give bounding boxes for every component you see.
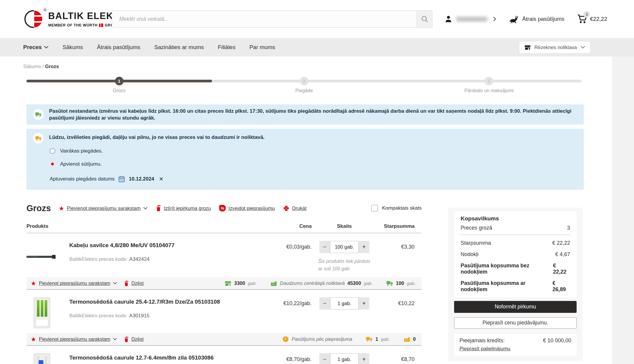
account-menu[interactable] bbox=[444, 15, 497, 23]
column-qty: Skaits bbox=[312, 223, 377, 229]
clock-icon bbox=[282, 336, 289, 343]
row-add-to-request-list[interactable]: ★ Pievienot pieprasījumu sarakstam bbox=[31, 280, 117, 286]
checkout-button[interactable]: Noformēt pirkumu bbox=[454, 301, 577, 313]
breadcrumb-home[interactable]: Sākums bbox=[23, 64, 41, 69]
cart-item-row: Termonosēdošā caurule 12.7-6.4mm/8m zila… bbox=[26, 346, 422, 364]
quick-order-link[interactable]: Ātrais pasūtījums bbox=[509, 15, 564, 23]
delivery-stock-chip: 100gab. bbox=[386, 280, 416, 286]
stock-status: 3300gab. Daudzums centrālajā noliktavā 4… bbox=[225, 280, 418, 287]
brand-tagline-left: MEMBER OF THE WÜRTH bbox=[48, 23, 98, 27]
nav-item-quick-order[interactable]: Ātrais pasūtījums bbox=[97, 44, 140, 51]
store-icon bbox=[225, 280, 231, 287]
delivery-date-label: Aptuvenais piegādes datums bbox=[50, 176, 114, 182]
product-subtotal: €3,30 bbox=[377, 241, 422, 273]
qty-value[interactable]: 1 gab. bbox=[330, 297, 359, 310]
request-credit-increase-link[interactable]: Pieprasīt palielinājumu bbox=[459, 346, 510, 352]
shipping-notice: Pasūtot nestandarta izmērus vai kabeļus … bbox=[26, 104, 584, 125]
radio-unselected-icon[interactable] bbox=[50, 148, 55, 154]
compact-view-toggle[interactable]: Kompaktais skats bbox=[371, 205, 422, 211]
store-selector-label: Rēzeknes noliktava bbox=[534, 45, 577, 50]
print-button[interactable]: Drukāt bbox=[283, 205, 307, 211]
store-selector[interactable]: Rēzeknes noliktava bbox=[520, 42, 590, 53]
row-delete-button[interactable]: Dzēst bbox=[124, 280, 144, 286]
delivery-stock-chip: 1gab. bbox=[366, 336, 390, 342]
mini-cart[interactable]: 3 €22,22 bbox=[577, 14, 607, 24]
header: ® BALTIK ELEKTRO MEMBER OF THE WÜRTH GRO… bbox=[0, 0, 634, 38]
product-name[interactable]: Kabeļu savilce 4,8/280 Me/UV 05104077 bbox=[69, 242, 269, 249]
nav-item-branches[interactable]: Filiāles bbox=[218, 44, 236, 51]
truck-icon bbox=[386, 280, 393, 286]
credit-label: Pieejamais kredīts: bbox=[459, 338, 505, 344]
brand-logo[interactable]: ® BALTIK ELEKTRO MEMBER OF THE WÜRTH GRO… bbox=[24, 10, 96, 29]
create-request-button[interactable]: % Izveidot pieprasījumu bbox=[219, 205, 275, 211]
subtotal-label: Starpsumma bbox=[461, 240, 491, 246]
qty-increase-button[interactable]: + bbox=[359, 353, 369, 364]
cart-item-row: Kabeļu savilce 4,8/280 Me/UV 05104077 Ba… bbox=[26, 233, 422, 277]
chevron-down-icon bbox=[580, 46, 585, 49]
rabbit-icon bbox=[509, 15, 519, 23]
qty-decrease-button[interactable]: − bbox=[319, 353, 330, 364]
summary-panel: Kopsavilkums Preces grozā 3 Starpsumma €… bbox=[448, 208, 583, 361]
nav-item-contact[interactable]: Sazināties ar mums bbox=[154, 44, 204, 51]
add-to-request-list-button[interactable]: ★ Pievienot pieprasījumu sarakstam bbox=[59, 205, 147, 211]
nav-item-about[interactable]: Par mums bbox=[249, 44, 275, 51]
step-1-label: Grozs bbox=[113, 88, 125, 93]
product-code-label: BaltikElektro preces kods: bbox=[69, 256, 128, 262]
page: ® BALTIK ELEKTRO MEMBER OF THE WÜRTH GRO… bbox=[0, 0, 634, 364]
search-input[interactable] bbox=[112, 11, 417, 27]
breadcrumb-current: Grozs bbox=[45, 64, 59, 69]
total-incl-tax-value: € 26,89 bbox=[553, 280, 570, 293]
cart-total: €22,22 bbox=[590, 16, 607, 22]
central-warehouse-chip: 0 bbox=[404, 336, 416, 343]
clear-cart-button[interactable]: Iztīrīt iepirkuma grozu bbox=[156, 205, 211, 211]
total-excl-tax-label: Pasūtījuma kopsumma bez nodokļiem bbox=[461, 263, 553, 275]
product-price: €0,03/gab. bbox=[269, 241, 312, 273]
product-image[interactable] bbox=[26, 353, 57, 364]
step-1-circle: 1 bbox=[115, 77, 123, 85]
total-excl-tax-value: € 22,22 bbox=[553, 263, 570, 275]
qty-increase-button[interactable]: + bbox=[359, 241, 369, 253]
step-2-circle: 2 bbox=[300, 77, 308, 85]
cart-item-actions-row: ★ Pievienot pieprasījumu sarakstam Dzēst bbox=[26, 333, 422, 346]
chevron-right-icon bbox=[492, 17, 497, 21]
delivery-date-row: Aptuvenais piegādes datums 10.12.2024 ✕ bbox=[50, 175, 577, 183]
truck-icon bbox=[35, 112, 42, 117]
row-delete-button[interactable]: Dzēst bbox=[124, 336, 144, 342]
search-button[interactable] bbox=[417, 11, 432, 27]
step-3-label: Pārskats un maksājumi bbox=[464, 88, 514, 93]
product-name[interactable]: Termonosēdošā caurule 12.7-6.4mm/8m zila… bbox=[69, 354, 269, 361]
product-name[interactable]: Termonosēdošā caurule 25.4-12.7/R3m Dze/… bbox=[69, 299, 269, 305]
nav-item-home[interactable]: Sākums bbox=[62, 44, 83, 51]
compact-view-checkbox[interactable] bbox=[371, 205, 378, 211]
request-quote-button[interactable]: Pieprasīt cenu piedāvājumu. bbox=[454, 317, 577, 329]
product-image[interactable] bbox=[26, 297, 57, 328]
cart-count-badge: 3 bbox=[583, 11, 590, 18]
truck-icon bbox=[35, 136, 42, 141]
qty-value[interactable]: 100 gab. bbox=[330, 241, 359, 253]
main-nav: Preces Sākums Ātrais pasūtījums Sazināti… bbox=[0, 38, 634, 57]
chevron-down-icon bbox=[113, 282, 117, 285]
product-image[interactable] bbox=[26, 241, 57, 272]
radio-multiple-deliveries[interactable]: Vairākas piegādes. bbox=[50, 148, 577, 154]
product-price: €8,70/gab. bbox=[269, 353, 312, 364]
registered-mark: ® bbox=[43, 8, 46, 12]
clear-date-icon[interactable]: ✕ bbox=[158, 176, 164, 182]
subtotal-value: € 22,22 bbox=[552, 240, 570, 246]
qty-increase-button[interactable]: + bbox=[359, 297, 369, 310]
row-add-to-request-list[interactable]: ★ Pievienot pieprasījumu sarakstam bbox=[31, 336, 117, 342]
cart-section: Grozs ★ Pievienot pieprasījumu sarakstam… bbox=[26, 203, 422, 364]
content-sheet: Sākums / Grozs 1 2 3 Grozs Piegāde Pārsk… bbox=[0, 57, 612, 364]
qty-decrease-button[interactable]: − bbox=[319, 297, 330, 310]
cart-toolbar: Grozs ★ Pievienot pieprasījumu sarakstam… bbox=[26, 203, 422, 213]
nav-item-products[interactable]: Preces bbox=[23, 44, 48, 51]
qty-decrease-button[interactable]: − bbox=[319, 241, 330, 253]
order-summary-sidebar: Kopsavilkums Preces grozā 3 Starpsumma €… bbox=[448, 203, 583, 364]
summary-title: Kopsavilkums bbox=[461, 215, 570, 222]
calendar-icon[interactable] bbox=[118, 175, 125, 183]
radio-selected-icon[interactable] bbox=[50, 161, 55, 167]
product-subtotal: €8,70 bbox=[377, 353, 422, 364]
radio-combine-shipment[interactable]: Apvienot sūtījumu. bbox=[50, 161, 577, 167]
trash-icon bbox=[156, 205, 161, 211]
tax-label: Nodokļi bbox=[461, 251, 478, 258]
qty-value[interactable]: 1 gab. bbox=[330, 353, 359, 364]
